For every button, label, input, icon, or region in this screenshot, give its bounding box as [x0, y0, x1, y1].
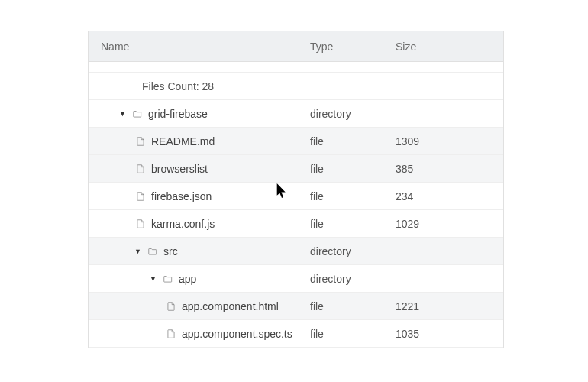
cell-name[interactable]: ▼grid-firebase — [89, 108, 302, 120]
cell-type: file — [302, 218, 388, 230]
column-header-size[interactable]: Size — [388, 40, 503, 53]
file-name-label: grid-firebase — [148, 108, 208, 120]
cell-name[interactable]: ▼src — [89, 245, 302, 257]
table-row[interactable]: browserslistfile385 — [89, 155, 503, 183]
file-icon — [165, 328, 177, 340]
cell-name[interactable]: app.component.spec.ts — [89, 328, 302, 340]
cell-size: 1035 — [388, 328, 503, 340]
folder-icon — [162, 273, 174, 285]
cell-name[interactable]: app.component.html — [89, 300, 302, 312]
table-row[interactable]: ▼grid-firebasedirectory — [89, 100, 503, 128]
cell-size: 1221 — [388, 300, 503, 312]
file-tree-grid[interactable]: Name Type Size tslint.jsonfile247Files C… — [88, 31, 504, 348]
cell-type: directory — [302, 245, 388, 257]
cell-name[interactable]: README.md — [89, 135, 302, 147]
file-name-label: src — [163, 245, 178, 257]
cell-type: directory — [302, 273, 388, 285]
cell-type: file — [302, 163, 388, 175]
summary-label: Files Count: 28 — [142, 80, 214, 92]
cell-name[interactable]: firebase.json — [89, 190, 302, 202]
file-name-label: browserslist — [151, 163, 208, 175]
cell-name[interactable]: browserslist — [89, 163, 302, 175]
file-name-label: app.component.spec.ts — [182, 328, 292, 340]
cell-name[interactable]: karma.conf.js — [89, 218, 302, 230]
file-name-label: karma.conf.js — [151, 218, 215, 230]
table-row[interactable]: Files Count: 28 — [89, 73, 503, 100]
table-row[interactable]: firebase.jsonfile234 — [89, 183, 503, 210]
cell-size: 385 — [388, 163, 503, 175]
table-row[interactable]: ▼appdirectory — [89, 265, 503, 293]
table-row[interactable]: ▼srcdirectory — [89, 238, 503, 265]
file-name-label: app.component.html — [182, 300, 279, 312]
file-icon — [134, 163, 147, 175]
folder-icon — [147, 245, 159, 257]
chevron-down-icon[interactable]: ▼ — [119, 110, 128, 118]
column-header-name[interactable]: Name — [89, 40, 302, 53]
cell-name[interactable]: ▼app — [89, 273, 302, 285]
chevron-down-icon[interactable]: ▼ — [150, 275, 159, 283]
chevron-down-icon[interactable]: ▼ — [134, 248, 144, 255]
file-name-label: app — [179, 273, 196, 285]
table-header: Name Type Size — [89, 31, 503, 62]
table-row[interactable]: tslint.jsonfile247 — [89, 62, 503, 73]
folder-icon — [131, 108, 144, 120]
cell-type: file — [302, 190, 388, 202]
file-icon — [134, 190, 147, 202]
cell-name[interactable]: Files Count: 28 — [89, 80, 302, 92]
table-row[interactable]: karma.conf.jsfile1029 — [89, 210, 503, 238]
cell-size: 1309 — [388, 135, 503, 147]
file-icon — [134, 218, 147, 230]
table-row[interactable]: README.mdfile1309 — [89, 128, 503, 155]
cell-type: file — [302, 300, 388, 312]
file-name-label: firebase.json — [151, 190, 212, 202]
cell-type: directory — [302, 108, 388, 120]
cell-type: file — [302, 328, 388, 340]
cell-type: file — [302, 135, 388, 147]
table-row[interactable]: app.component.htmlfile1221 — [89, 293, 503, 320]
cell-size: 234 — [388, 190, 503, 202]
table-row[interactable]: app.component.spec.tsfile1035 — [89, 320, 503, 348]
column-header-type[interactable]: Type — [302, 40, 388, 53]
file-icon — [134, 135, 147, 147]
cell-size: 1029 — [388, 218, 503, 230]
file-icon — [165, 300, 177, 312]
file-name-label: README.md — [151, 135, 215, 147]
